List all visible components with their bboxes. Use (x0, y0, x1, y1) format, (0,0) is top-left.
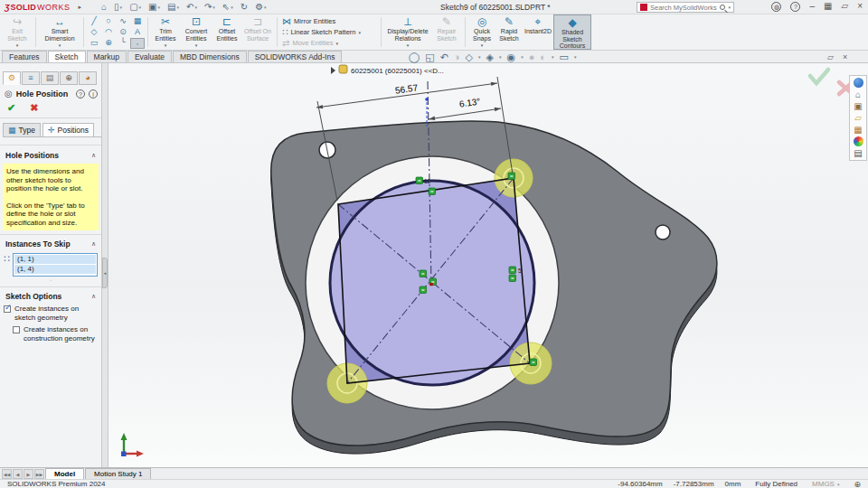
construction-geometry-option[interactable]: Create instances on construction geometr… (0, 324, 101, 344)
offset-entities-button[interactable]: ⊏ Offset Entities (212, 14, 241, 50)
help-icon[interactable]: ? (790, 2, 800, 12)
solidworks-resources-globe-icon[interactable] (854, 78, 863, 88)
motion-study-tab[interactable]: Motion Study 1 (85, 468, 151, 479)
skipped-instance-item[interactable]: (1, 4) (14, 265, 96, 274)
relation-badge[interactable]: = (509, 267, 516, 274)
undo-button[interactable]: ↶▾ (186, 3, 197, 12)
view-settings-icon[interactable]: ▭ (560, 52, 569, 62)
tags-globe-icon[interactable]: ⊕ (854, 480, 861, 488)
relation-badge[interactable]: = (429, 188, 436, 195)
view-palette-icon[interactable]: ▦ (854, 125, 862, 135)
options-button[interactable]: ⚙▾ (255, 3, 266, 12)
tab-solidworks-addins[interactable]: SOLIDWORKS Add-Ins (248, 51, 343, 62)
print-button[interactable]: ▤▾ (167, 3, 179, 12)
pm-help-icon[interactable]: ? (76, 89, 85, 99)
trim-entities-button[interactable]: ✂ Trim Entities▾ (151, 14, 180, 50)
doc-restore-icon[interactable]: ▱ (827, 52, 834, 61)
perimeter-circle-icon[interactable]: ⊙ (116, 27, 130, 38)
apply-scene-icon[interactable]: ◐ (540, 52, 546, 62)
checked-checkbox[interactable] (4, 305, 11, 313)
tab-sketch[interactable]: Sketch (48, 51, 86, 62)
design-library-home-icon[interactable]: ⌂ (855, 89, 861, 99)
tab-features[interactable]: Features (2, 51, 47, 62)
small-hole-right[interactable] (656, 225, 670, 239)
offset-on-surface-button[interactable]: ⊐ Offset On Surface (241, 14, 274, 50)
close-button[interactable]: × (857, 1, 863, 12)
display-style-icon[interactable]: ◈ (486, 52, 494, 62)
doc-close-icon[interactable]: × (843, 52, 847, 61)
collapse-chevron-icon[interactable]: ∧ (91, 152, 96, 159)
unchecked-checkbox[interactable] (13, 326, 20, 333)
menu-expand-arrow[interactable]: ▸ (79, 4, 82, 11)
circle-tool-icon[interactable]: ○ (101, 16, 116, 27)
linear-sketch-pattern-button[interactable]: ∷ Linear Sketch Pattern▾ (280, 27, 378, 37)
restore-button[interactable]: ▱ (841, 1, 848, 12)
tab-mbd-dimensions[interactable]: MBD Dimensions (173, 51, 247, 62)
skipped-instance-item[interactable]: (1, 1) (14, 255, 96, 264)
open-button[interactable]: ▢▾ (129, 3, 141, 12)
pm-pin-icon[interactable]: i (89, 89, 98, 99)
smart-dimension-button[interactable]: ↔ Smart Dimension▾ (39, 14, 80, 50)
collapse-chevron-icon[interactable]: ∧ (91, 240, 96, 248)
text-tool-icon[interactable]: A (130, 27, 145, 38)
instances-to-skip-list[interactable]: (1, 1) (1, 4) (13, 253, 98, 277)
last-tab-arrow[interactable]: ▶▶ (34, 469, 44, 479)
instant2d-button[interactable]: ⌖ Instant2D (523, 14, 553, 50)
search-input[interactable]: Search MySolidWorks (650, 4, 717, 12)
hole-positions-section-header[interactable]: Hole Positions ∧ (0, 145, 101, 162)
relation-badge[interactable]: = (509, 275, 516, 282)
feature-manager-tab[interactable]: ≡ (22, 71, 40, 85)
quick-snaps-button[interactable]: ◎ Quick Snaps▾ (468, 14, 495, 50)
repair-sketch-button[interactable]: ✎ Repair Sketch (431, 14, 462, 50)
pm-ok-button[interactable]: ✔ (7, 102, 15, 114)
file-explorer-icon[interactable]: ▱ (854, 113, 862, 123)
list-resize-handle[interactable]: ◦ (0, 277, 101, 283)
redo-button[interactable]: ↷▾ (204, 3, 215, 12)
display-manager-tab[interactable]: ◕ (79, 71, 97, 85)
save-button[interactable]: ▣▾ (148, 3, 160, 12)
relation-badge[interactable]: = (508, 173, 515, 180)
design-library-icon[interactable]: ▣ (854, 101, 862, 111)
type-tab[interactable]: ▦ Type (3, 123, 41, 136)
select-button[interactable]: ⇖▾ (222, 3, 233, 12)
zoom-to-area-icon[interactable]: ◱ (425, 52, 434, 62)
fillet-tool-icon[interactable]: ╰ (116, 38, 130, 49)
sketch-point-blue[interactable] (425, 98, 429, 101)
tab-markup[interactable]: Markup (87, 51, 127, 62)
active-point-tool-icon[interactable]: ▫ (130, 38, 145, 49)
tab-evaluate[interactable]: Evaluate (127, 51, 172, 62)
sketch-center-point[interactable] (430, 283, 433, 286)
convert-entities-button[interactable]: ⊡ Convert Entities▾ (180, 14, 212, 50)
new-document-button[interactable]: ▯▾ (114, 3, 122, 12)
relation-badge[interactable]: = (420, 286, 427, 294)
move-entities-button[interactable]: ⇄ Move Entities▾ (280, 38, 378, 48)
relation-badge[interactable]: = (420, 270, 427, 277)
panel-splitter[interactable]: ◂ (102, 63, 108, 467)
relation-badge[interactable]: = (416, 177, 423, 184)
arc-tool-icon[interactable]: ◠ (101, 27, 116, 38)
sketch-options-section-header[interactable]: Sketch Options ∧ (0, 287, 101, 303)
search-dropdown-caret[interactable]: ▾ (728, 5, 731, 10)
feature-tree-root-label[interactable]: 60225001 (60225001) <<D... (351, 67, 444, 75)
minimize-button[interactable]: – (809, 1, 815, 12)
next-tab-arrow[interactable]: ▶ (24, 469, 33, 479)
display-delete-relations-button[interactable]: ⟂ Display/Delete Relations▾ (384, 14, 431, 50)
dim-xpert-tab[interactable]: ⊕ (60, 71, 78, 85)
section-view-icon[interactable]: ◑ (454, 52, 460, 62)
view-orientation-icon[interactable]: ◇ (466, 52, 473, 62)
rebuild-button[interactable]: ↻ (241, 3, 248, 12)
point-tool-icon[interactable]: ⊕ (101, 38, 116, 49)
edit-appearance-icon[interactable]: ● (529, 52, 535, 62)
splitter-collapse-tab[interactable]: ◂ (102, 258, 108, 288)
configuration-manager-tab[interactable]: ▤ (41, 71, 59, 85)
shaded-sketch-contours-button[interactable]: ◆ Shaded Sketch Contours (553, 14, 591, 50)
prev-tab-arrow[interactable]: ◀ (13, 469, 23, 479)
instances-to-skip-section-header[interactable]: Instances To Skip ∧ (0, 235, 101, 250)
search-icon[interactable] (720, 5, 725, 10)
previous-view-icon[interactable]: ↶ (440, 52, 448, 62)
appearances-scenes-icon[interactable] (854, 136, 863, 146)
sketch-geometry-option[interactable]: Create instances on sketch geometry (0, 303, 101, 324)
relation-badge[interactable]: = (530, 359, 537, 366)
mirror-entities-button[interactable]: ⋈ Mirror Entities (280, 16, 378, 26)
slot-tool-icon[interactable]: ▭ (87, 38, 101, 49)
